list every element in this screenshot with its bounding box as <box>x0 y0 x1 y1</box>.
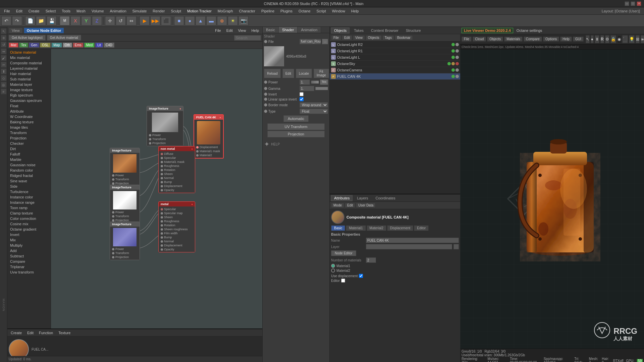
menu-octane[interactable]: Octane <box>296 8 313 14</box>
node-editor-button[interactable]: Node Editor <box>331 250 356 256</box>
minimize-button[interactable]: — <box>625 1 629 6</box>
menu-create[interactable]: Create <box>26 8 42 14</box>
vp-menu-cloud[interactable]: Cloud <box>473 37 486 42</box>
attr-tab-displacement[interactable]: Displacement <box>387 225 414 231</box>
vp-btn-grid[interactable]: ⊞ <box>636 35 640 43</box>
panel-tab-objects[interactable]: Objects <box>331 27 350 34</box>
panel-tab-structure[interactable]: Structure <box>403 27 424 34</box>
toolbar-mode-y[interactable]: Y <box>81 16 91 25</box>
toolbar-new[interactable]: 📄 <box>25 16 35 25</box>
fit-image-button[interactable]: Fit Image <box>314 69 329 78</box>
attr-layer-input[interactable] <box>366 244 452 249</box>
attr-userdata-btn[interactable]: User Data <box>356 203 376 208</box>
power-tex-button[interactable]: Tex <box>320 79 328 85</box>
menu-pipeline[interactable]: Pipeline <box>259 8 277 14</box>
toolbar-null[interactable]: ⊕ <box>217 16 227 25</box>
icon-rotate[interactable]: ↺ <box>1 42 7 48</box>
toolbar-cube[interactable]: ■ <box>174 16 184 25</box>
vp-menu-options[interactable]: Options <box>543 37 559 42</box>
menu-select[interactable]: Select <box>43 8 59 14</box>
toolbar-render[interactable]: ▶ <box>140 16 150 25</box>
tag-ems[interactable]: Ems <box>73 43 84 48</box>
node-item-gaussian-spectrum[interactable]: Gaussian spectrum <box>8 98 50 103</box>
node-image-texture-2[interactable]: ImageTexture Power Transform Projection <box>110 148 140 186</box>
node-item-ridged-fractal[interactable]: Ridged fractal <box>8 173 50 178</box>
toolbar-scale[interactable]: ⇔ <box>126 16 137 25</box>
vp-btn-pause[interactable]: ⏸ <box>595 35 599 43</box>
bottom-tab-function[interactable]: Function <box>37 330 55 336</box>
toolbar-camera[interactable]: 📷 <box>238 16 249 25</box>
obj-row-fuel-can[interactable]: F FUEL CAN 4K <box>330 73 460 80</box>
toolbar-open[interactable]: 📁 <box>36 16 46 25</box>
use-displacement-checkbox[interactable] <box>359 274 363 278</box>
attr-tab-editor[interactable]: Editor <box>414 225 429 231</box>
icon-extrude[interactable]: ⬆ <box>1 68 7 74</box>
shader-file-browse[interactable]: ... <box>322 39 328 44</box>
toolbar-mode-model[interactable]: M <box>60 16 70 25</box>
invert-checkbox[interactable] <box>300 92 304 96</box>
tag-osl[interactable]: OSL <box>40 43 51 48</box>
node-item-mix[interactable]: Mix <box>8 237 50 243</box>
node-item-side[interactable]: Side <box>8 184 50 189</box>
locate-button[interactable]: Locate <box>296 69 312 78</box>
radio-dot-2[interactable] <box>331 268 335 273</box>
attr-num-mat-input[interactable] <box>366 257 376 263</box>
shader-tab-shader[interactable]: Shader <box>279 27 298 33</box>
toolbar-mode-x[interactable]: X <box>70 16 80 25</box>
tag-ut[interactable]: Lit <box>95 43 103 48</box>
toolbar-sphere[interactable]: ● <box>185 16 195 25</box>
obj-row-octanecamera[interactable]: C OctaneCamera <box>330 67 460 73</box>
menu-mograph[interactable]: MoGraph <box>215 8 236 14</box>
tag-tex[interactable]: Tex <box>19 43 29 48</box>
attr-tab-attributes[interactable]: Attributes <box>331 195 353 201</box>
menu-window[interactable]: Window <box>329 8 348 14</box>
edit-button[interactable]: Edit <box>282 69 294 78</box>
vp-btn-gear[interactable]: ⚙ <box>605 35 609 43</box>
icon-paint[interactable]: 🖌 <box>1 55 7 61</box>
attr-name-input[interactable] <box>366 238 459 243</box>
menu-mesh[interactable]: Mesh <box>74 8 88 14</box>
node-item-sub-material[interactable]: Sub material <box>8 76 50 82</box>
icon-bevel[interactable]: ◇ <box>1 75 7 81</box>
editor-menu-help[interactable]: Help <box>249 28 261 33</box>
node-item-subtract[interactable]: Subtract <box>8 253 50 259</box>
get-active-material-button[interactable]: Get Active material <box>47 35 81 41</box>
attr-tab-coordinates[interactable]: Coordinates <box>373 195 398 201</box>
menu-edit[interactable]: Edit <box>13 8 25 14</box>
power-slider[interactable] <box>311 80 319 84</box>
node-image-texture-4[interactable]: ImageTexture Power Transform Projection <box>110 222 140 260</box>
viewport-canvas[interactable]: RRCG 人人素材 <box>460 50 644 349</box>
attr-edit-btn[interactable]: Edit <box>345 203 355 208</box>
objects-edit-menu[interactable]: Edit <box>342 35 352 40</box>
menu-simulate[interactable]: Simulate <box>130 8 150 14</box>
node-item-attribute[interactable]: Attribute <box>8 109 50 114</box>
bottom-tab-create[interactable]: Create <box>9 330 24 336</box>
node-item-w-coordinate[interactable]: W Coordinate <box>8 114 50 119</box>
vp-btn-lock[interactable]: 🔒 <box>610 35 616 43</box>
vp-menu-help[interactable]: Help <box>560 37 572 42</box>
node-item-baking-texture[interactable]: Baking texture <box>8 119 50 125</box>
node-item-compare[interactable]: Compare <box>8 259 50 264</box>
toolbar-undo[interactable]: ↶ <box>1 16 11 25</box>
node-item-checker[interactable]: Checker <box>8 141 50 146</box>
toolbar-redo[interactable]: ↷ <box>12 16 22 25</box>
icon-bridge[interactable]: ≡ <box>1 88 7 95</box>
projection-button[interactable]: Projection <box>267 131 325 137</box>
oct-settings-label[interactable]: Octane settings <box>515 28 544 33</box>
node-item-material-layer[interactable]: Material layer <box>8 82 50 87</box>
node-image-texture-1[interactable]: ImageTexture ● Power Transform <box>147 106 183 146</box>
vp-menu-materials[interactable]: Materials <box>504 37 523 42</box>
node-item-octane-material[interactable]: Octane material <box>8 50 50 55</box>
maximize-button[interactable]: □ <box>631 1 635 6</box>
node-item-instance-color[interactable]: Instance color <box>8 194 50 200</box>
power-input[interactable] <box>300 79 310 85</box>
attr-tab-material2[interactable]: Material2 <box>367 225 386 231</box>
node-item-uvw-transform[interactable]: Uvw transform <box>8 269 50 275</box>
menu-character[interactable]: Character <box>236 8 258 14</box>
vp-btn-render2[interactable]: ⬛ <box>622 35 628 43</box>
node-item-add[interactable]: Add <box>8 248 50 253</box>
toolbar-rotate[interactable]: ↺ <box>116 16 126 25</box>
icon-weld[interactable]: ◎ <box>1 82 7 88</box>
node-item-image-tiles[interactable]: Image tiles <box>8 125 50 130</box>
obj-row-octanelight-r1[interactable]: L OctaneLight R1 <box>330 48 460 54</box>
